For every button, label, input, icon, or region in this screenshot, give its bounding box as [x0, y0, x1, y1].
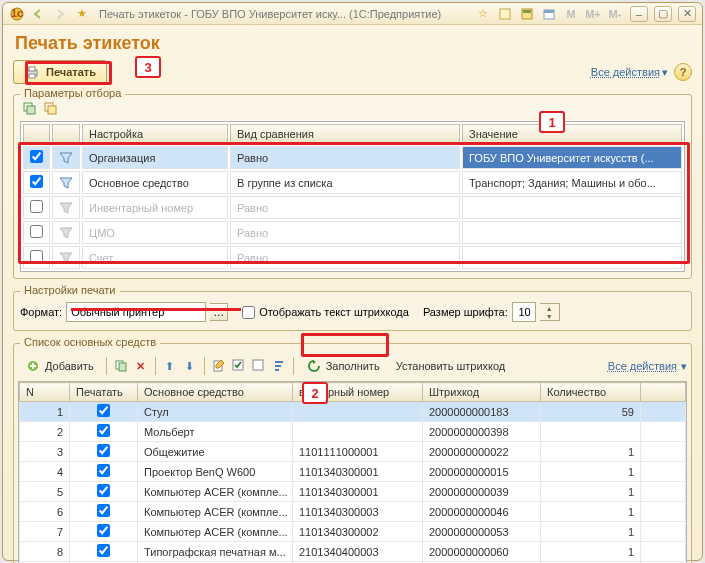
filter-row-checkbox[interactable] [30, 225, 43, 238]
cell-qty: 1 [541, 542, 641, 562]
filter-row-name: Инвентарный номер [82, 196, 228, 219]
all-actions-link[interactable]: Все действия [608, 360, 677, 372]
filter-row-name: Организация [82, 146, 228, 169]
row-print-checkbox[interactable] [97, 544, 110, 557]
cell-asset: Мольберт [138, 422, 293, 442]
check-all-icon[interactable] [230, 357, 248, 375]
print-button-label: Печатать [46, 66, 96, 78]
m-plus-icon[interactable]: M+ [584, 5, 602, 23]
star-icon[interactable]: ☆ [474, 5, 492, 23]
svg-rect-9 [29, 74, 35, 78]
edit-icon[interactable] [210, 357, 228, 375]
table-row[interactable]: 8 Типографская печатная м... 21013404000… [20, 542, 686, 562]
format-input[interactable] [66, 302, 206, 322]
row-print-checkbox[interactable] [97, 504, 110, 517]
nav-fwd-icon[interactable] [51, 5, 69, 23]
assets-grid[interactable]: N Печатать Основное средство вентарный н… [18, 381, 687, 563]
uncheck-all-icon[interactable] [250, 357, 268, 375]
table-row[interactable]: 7 Компьютер ACER (компле... 110134030000… [20, 522, 686, 542]
font-size-spinner[interactable]: ▲▼ [540, 303, 560, 321]
maximize-button[interactable]: ▢ [654, 6, 672, 22]
delete-row-icon[interactable]: ✕ [132, 357, 150, 375]
table-row[interactable]: 5 Компьютер ACER (компле... 110134030000… [20, 482, 686, 502]
spin-down-icon[interactable]: ▼ [540, 312, 559, 320]
filter-row[interactable]: Счет Равно [23, 246, 682, 269]
show-barcode-label: Отображать текст штрихкода [259, 306, 409, 318]
svg-rect-13 [48, 106, 56, 114]
filter-row-val: ГОБУ ВПО Университет искусств (... [462, 146, 682, 169]
filter-row-val [462, 221, 682, 244]
svg-rect-8 [29, 67, 35, 71]
svg-rect-2 [500, 9, 510, 19]
filter-row-checkbox[interactable] [30, 150, 43, 163]
col-n[interactable]: N [20, 383, 70, 402]
close-button[interactable]: ✕ [678, 6, 696, 22]
move-down-icon[interactable]: ⬇ [181, 357, 199, 375]
filter-item-icon [59, 202, 73, 214]
cell-n: 6 [20, 502, 70, 522]
filter-row-checkbox[interactable] [30, 250, 43, 263]
all-actions-link-top[interactable]: Все действия [591, 66, 660, 78]
calc-icon[interactable] [518, 5, 536, 23]
add-icon [25, 358, 41, 374]
cell-asset: Компьютер ACER (компле... [138, 522, 293, 542]
sort-icon[interactable] [270, 357, 288, 375]
row-print-checkbox[interactable] [97, 524, 110, 537]
filter-row-cmp: Равно [230, 221, 460, 244]
col-print[interactable]: Печатать [70, 383, 138, 402]
app-icon: 1c [9, 6, 25, 22]
minimize-button[interactable]: – [630, 6, 648, 22]
help-button[interactable]: ? [674, 63, 692, 81]
dropdown-icon[interactable]: ▾ [662, 66, 668, 79]
col-asset[interactable]: Основное средство [138, 383, 293, 402]
dropdown-icon[interactable]: ▾ [681, 360, 687, 373]
nav-back-icon[interactable] [29, 5, 47, 23]
cell-asset: Компьютер ACER (компле... [138, 482, 293, 502]
row-print-checkbox[interactable] [97, 484, 110, 497]
filter-row[interactable]: Основное средство В группе из списка Тра… [23, 171, 682, 194]
filter-row[interactable]: ЦМО Равно [23, 221, 682, 244]
cell-inv: 1101340300003 [293, 502, 423, 522]
row-print-checkbox[interactable] [97, 404, 110, 417]
cell-asset: Стул [138, 402, 293, 422]
filter-row[interactable]: Организация Равно ГОБУ ВПО Университет и… [23, 146, 682, 169]
m-minus-icon[interactable]: M- [606, 5, 624, 23]
col-barcode[interactable]: Штрихкод [423, 383, 541, 402]
move-up-icon[interactable]: ⬆ [161, 357, 179, 375]
filter-row[interactable]: Инвентарный номер Равно [23, 196, 682, 219]
filter-table[interactable]: Настройка Вид сравнения Значение Организ… [20, 121, 685, 272]
cell-n: 3 [20, 442, 70, 462]
table-row[interactable]: 4 Проектор BenQ W600 1101340300001 20000… [20, 462, 686, 482]
cell-qty: 1 [541, 522, 641, 542]
cell-n: 4 [20, 462, 70, 482]
set-barcode-button[interactable]: Установить штрихкод [389, 357, 513, 375]
table-row[interactable]: 1 Стул 2000000000183 59 [20, 402, 686, 422]
row-print-checkbox[interactable] [97, 444, 110, 457]
print-button[interactable]: Печатать [13, 60, 107, 84]
notes-icon[interactable] [496, 5, 514, 23]
filter-row-checkbox[interactable] [30, 200, 43, 213]
m-icon[interactable]: M [562, 5, 580, 23]
filter-row-checkbox[interactable] [30, 175, 43, 188]
row-print-checkbox[interactable] [97, 464, 110, 477]
paste-settings-icon[interactable] [41, 99, 59, 117]
row-print-checkbox[interactable] [97, 424, 110, 437]
table-row[interactable]: 6 Компьютер ACER (компле... 110134030000… [20, 502, 686, 522]
col-qty[interactable]: Количество [541, 383, 641, 402]
add-button[interactable]: Добавить [18, 355, 101, 377]
font-size-input[interactable] [512, 302, 536, 322]
copy-row-icon[interactable] [112, 357, 130, 375]
filter-col-setting: Настройка [82, 124, 228, 144]
table-row[interactable]: 2 Мольберт 2000000000398 [20, 422, 686, 442]
fav-icon[interactable]: ★ [73, 5, 91, 23]
cell-n: 2 [20, 422, 70, 442]
fill-button[interactable]: Заполнить [299, 355, 387, 377]
titlebar: 1c ★ Печать этикеток - ГОБУ ВПО Универси… [3, 3, 702, 25]
svg-rect-19 [253, 360, 263, 370]
spin-up-icon[interactable]: ▲ [540, 304, 559, 312]
table-row[interactable]: 3 Общежитие 1101111000001 2000000000022 … [20, 442, 686, 462]
copy-settings-icon[interactable] [20, 99, 38, 117]
format-select-button[interactable]: … [210, 303, 228, 321]
calendar-icon[interactable] [540, 5, 558, 23]
show-barcode-checkbox[interactable] [242, 306, 255, 319]
